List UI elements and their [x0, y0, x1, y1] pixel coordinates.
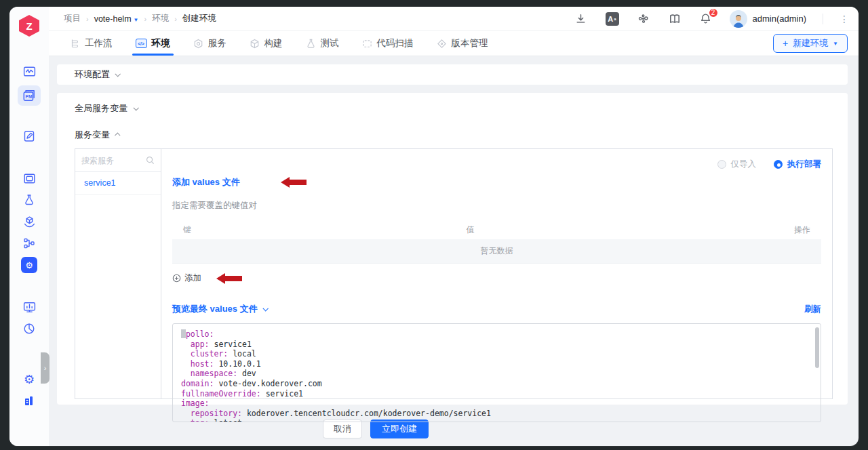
gear-z-icon: ⚙ [24, 372, 35, 386]
add-kv-row-link[interactable]: 添加 [184, 272, 201, 284]
values-editor-panel: 仅导入 执行部署 添加 values 文件 [161, 148, 833, 399]
build-icon [250, 39, 260, 49]
plus-icon: + [783, 38, 788, 49]
env-config-section-header[interactable]: 环境配置 [57, 64, 848, 85]
yaml-line: image: [181, 398, 811, 409]
topbar-actions: Aa 2 admin(admin) [574, 10, 849, 28]
kv-col-actions: 操作 [749, 224, 810, 236]
code-scan-icon [362, 39, 372, 49]
environments-icon[interactable] [18, 168, 41, 188]
more-menu-icon[interactable]: ⋮ [840, 14, 849, 24]
chevron-down-icon: ▼ [134, 17, 139, 23]
service-icon [193, 39, 203, 49]
yaml-line: tag: latest [181, 418, 811, 422]
radio-deploy[interactable]: 执行部署 [774, 159, 821, 170]
yaml-line: namespace: dev [181, 369, 811, 379]
projects-icon[interactable]: PM [18, 85, 41, 106]
breadcrumb-project-selector[interactable]: vote-helm▼ [94, 14, 139, 24]
username-label: admin(admin) [753, 14, 806, 24]
sidebar-collapse-handle[interactable]: › [41, 352, 50, 384]
editor-scrollbar[interactable] [815, 327, 819, 368]
user-menu[interactable]: admin(admin) [730, 10, 806, 28]
tab-services[interactable]: 服务 [193, 31, 226, 56]
data-insight-icon[interactable] [18, 297, 41, 317]
system-settings-icon[interactable]: ⚙ [18, 369, 41, 389]
kv-table: 键 值 操作 暂无数据 [172, 220, 821, 264]
svg-text:PM: PM [26, 94, 33, 99]
breadcrumb-separator: › [144, 15, 146, 23]
tab-tests[interactable]: 测试 [306, 31, 339, 56]
search-icon [146, 156, 155, 165]
radio-import-only[interactable]: 仅导入 [717, 159, 757, 170]
notifications-bell-icon[interactable]: 2 [698, 12, 713, 26]
enterprise-icon[interactable] [18, 390, 41, 411]
refresh-link[interactable]: 刷新 [804, 304, 821, 315]
template-library-icon[interactable] [18, 233, 41, 253]
chevron-down-icon: ▼ [833, 41, 838, 47]
chevron-down-icon [115, 71, 120, 77]
tests-icon[interactable] [18, 190, 41, 210]
tab-builds[interactable]: 构建 [250, 31, 283, 56]
delivery-icon[interactable] [18, 211, 41, 232]
preview-values-toggle[interactable]: 预览最终 values 文件 [172, 303, 267, 315]
global-service-vars-header[interactable]: 全局服务变量 [75, 102, 833, 115]
new-environment-button[interactable]: + 新建环境 ▼ [773, 34, 848, 53]
form-actions: 取消 立即创建 [57, 420, 848, 438]
project-settings-icon[interactable]: ⚙ [18, 255, 41, 275]
breadcrumb-projects[interactable]: 项目 [64, 13, 81, 24]
cancel-button[interactable]: 取消 [323, 420, 362, 438]
apps-cluster-icon[interactable] [636, 12, 651, 26]
kv-col-key: 键 [183, 224, 467, 236]
page-content: 环境配置 全局服务变量 服务变量 [49, 56, 859, 446]
download-icon[interactable] [574, 12, 589, 26]
app-window: Z PM ⚙ ⚙ [9, 7, 859, 446]
chevron-up-icon [115, 132, 120, 138]
kv-col-value: 值 [467, 224, 750, 236]
divider [823, 14, 823, 24]
breadcrumb-environments[interactable]: 环境 [152, 13, 169, 24]
test-flask-icon [306, 39, 316, 49]
kv-override-hint: 指定需要覆盖的键值对 [172, 200, 821, 211]
service-list-panel: service1 [75, 148, 161, 399]
topbar: 项目 › vote-helm▼ › 环境 › 创建环境 Aa [49, 7, 859, 31]
tab-code-scan[interactable]: 代码扫描 [362, 31, 414, 56]
annotation-arrow-icon [216, 273, 242, 284]
docs-book-icon[interactable] [667, 12, 682, 26]
kv-table-header: 键 值 操作 [172, 220, 821, 239]
language-toggle-icon[interactable]: Aa [605, 12, 620, 26]
breadcrumb-current-page: 创建环境 [182, 13, 216, 24]
add-values-file-link[interactable]: 添加 values 文件 [172, 176, 240, 188]
variables-card: 全局服务变量 服务变量 service1 [57, 93, 848, 405]
kv-empty-state: 暂无数据 [172, 239, 821, 264]
yaml-line: apollo: [181, 329, 811, 340]
zadig-logo-icon[interactable]: Z [19, 15, 39, 37]
radio-selected-icon [774, 160, 783, 169]
yaml-line: repository: koderover.tencentcloudcr.com… [181, 409, 811, 419]
service-vars-header[interactable]: 服务变量 [75, 129, 833, 141]
text-cursor [181, 329, 186, 338]
breadcrumb: 项目 › vote-helm▼ › 环境 › 创建环境 [64, 13, 216, 24]
sidebar: Z PM ⚙ ⚙ [9, 7, 49, 446]
notification-badge: 2 [708, 7, 719, 18]
tab-environments[interactable]: </> 环境 [136, 31, 170, 56]
service-search-input[interactable] [81, 156, 143, 165]
yaml-line: fullnameOverride: service1 [181, 389, 811, 399]
yaml-line: host: 10.10.0.1 [181, 359, 811, 369]
deploy-mode-radios: 仅导入 执行部署 [172, 157, 821, 171]
chevron-down-icon [133, 105, 138, 110]
create-now-button[interactable]: 立即创建 [370, 420, 429, 438]
tab-workflows[interactable]: 工作流 [69, 31, 113, 56]
service-list-item[interactable]: service1 [75, 172, 161, 195]
dashboard-icon[interactable] [18, 61, 41, 81]
values-yaml-editor[interactable]: apollo: app: service1 cluster: local hos… [172, 323, 821, 422]
chevron-down-icon [262, 306, 268, 311]
workflow-icon [69, 38, 80, 49]
data-overview-icon[interactable] [18, 319, 41, 339]
tab-version-management[interactable]: 版本管理 [437, 31, 488, 56]
yaml-line: cluster: local [181, 349, 811, 359]
yaml-line: app: service1 [181, 340, 811, 350]
environment-icon: </> [136, 39, 147, 48]
release-plan-icon[interactable] [18, 126, 41, 146]
gear-icon: ⚙ [21, 257, 37, 273]
service-search [75, 149, 161, 172]
